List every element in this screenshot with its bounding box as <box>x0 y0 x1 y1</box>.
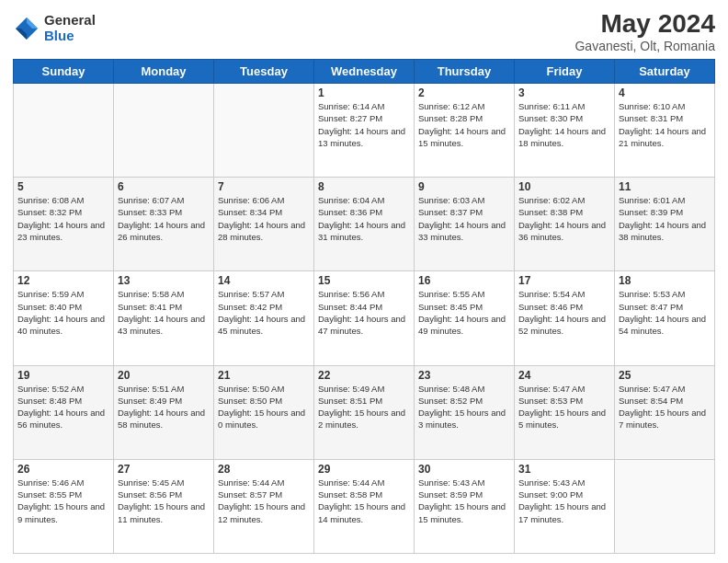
header-saturday: Saturday <box>615 60 715 84</box>
day-info: Sunrise: 6:08 AMSunset: 8:32 PMDaylight:… <box>17 194 109 243</box>
calendar-cell: 19Sunrise: 5:52 AMSunset: 8:48 PMDayligh… <box>14 365 114 459</box>
day-number: 23 <box>418 369 510 382</box>
day-number: 4 <box>619 86 711 99</box>
day-info: Sunrise: 5:43 AMSunset: 9:00 PMDaylight:… <box>518 477 610 525</box>
day-info: Sunrise: 5:46 AMSunset: 8:55 PMDaylight:… <box>17 477 109 525</box>
day-info: Sunrise: 6:03 AMSunset: 8:37 PMDaylight:… <box>418 194 510 243</box>
main-title: May 2024 <box>574 9 715 39</box>
day-headers-row: Sunday Monday Tuesday Wednesday Thursday… <box>14 60 715 84</box>
header-sunday: Sunday <box>14 60 114 84</box>
calendar-cell: 13Sunrise: 5:58 AMSunset: 8:41 PMDayligh… <box>114 271 214 365</box>
day-info: Sunrise: 6:02 AMSunset: 8:38 PMDaylight:… <box>518 194 610 243</box>
calendar-cell: 4Sunrise: 6:10 AMSunset: 8:31 PMDaylight… <box>615 84 715 178</box>
day-info: Sunrise: 5:56 AMSunset: 8:44 PMDaylight:… <box>318 288 410 337</box>
calendar-cell: 11Sunrise: 6:01 AMSunset: 8:39 PMDayligh… <box>615 178 715 271</box>
day-number: 10 <box>518 180 610 193</box>
calendar-cell <box>615 459 715 553</box>
day-info: Sunrise: 5:59 AMSunset: 8:40 PMDaylight:… <box>17 288 109 337</box>
header-friday: Friday <box>515 60 615 84</box>
calendar-cell: 3Sunrise: 6:11 AMSunset: 8:30 PMDaylight… <box>515 84 615 178</box>
calendar-cell: 21Sunrise: 5:50 AMSunset: 8:50 PMDayligh… <box>214 365 314 459</box>
title-block: May 2024 Gavanesti, Olt, Romania <box>574 9 715 53</box>
calendar-cell <box>114 84 214 178</box>
day-info: Sunrise: 5:45 AMSunset: 8:56 PMDaylight:… <box>118 477 210 525</box>
calendar-cell: 29Sunrise: 5:44 AMSunset: 8:58 PMDayligh… <box>314 459 415 553</box>
calendar-cell: 22Sunrise: 5:49 AMSunset: 8:51 PMDayligh… <box>314 365 415 459</box>
calendar-cell: 25Sunrise: 5:47 AMSunset: 8:54 PMDayligh… <box>615 365 715 459</box>
calendar-cell: 27Sunrise: 5:45 AMSunset: 8:56 PMDayligh… <box>114 459 214 553</box>
day-number: 17 <box>518 274 610 287</box>
calendar-cell: 16Sunrise: 5:55 AMSunset: 8:45 PMDayligh… <box>415 271 515 365</box>
day-number: 28 <box>218 463 310 476</box>
day-info: Sunrise: 5:48 AMSunset: 8:52 PMDaylight:… <box>418 383 510 431</box>
header-wednesday: Wednesday <box>314 60 415 84</box>
day-number: 19 <box>17 369 109 382</box>
day-info: Sunrise: 6:12 AMSunset: 8:28 PMDaylight:… <box>418 100 510 149</box>
header-thursday: Thursday <box>415 60 515 84</box>
calendar-cell: 31Sunrise: 5:43 AMSunset: 9:00 PMDayligh… <box>515 459 615 553</box>
day-number: 24 <box>518 369 610 382</box>
day-number: 1 <box>318 86 410 99</box>
calendar-cell: 6Sunrise: 6:07 AMSunset: 8:33 PMDaylight… <box>114 178 214 271</box>
calendar-cell: 20Sunrise: 5:51 AMSunset: 8:49 PMDayligh… <box>114 365 214 459</box>
calendar-cell <box>214 84 314 178</box>
calendar-cell <box>14 84 114 178</box>
calendar-cell: 1Sunrise: 6:14 AMSunset: 8:27 PMDaylight… <box>314 84 415 178</box>
day-number: 8 <box>318 180 410 193</box>
day-info: Sunrise: 6:04 AMSunset: 8:36 PMDaylight:… <box>318 194 410 243</box>
day-number: 12 <box>17 274 109 287</box>
subtitle: Gavanesti, Olt, Romania <box>574 39 715 53</box>
day-info: Sunrise: 5:49 AMSunset: 8:51 PMDaylight:… <box>318 383 410 431</box>
day-number: 26 <box>17 463 109 476</box>
calendar-cell: 23Sunrise: 5:48 AMSunset: 8:52 PMDayligh… <box>415 365 515 459</box>
day-number: 18 <box>619 274 711 287</box>
day-info: Sunrise: 5:47 AMSunset: 8:53 PMDaylight:… <box>518 383 610 431</box>
day-info: Sunrise: 5:57 AMSunset: 8:42 PMDaylight:… <box>218 288 310 337</box>
calendar-cell: 17Sunrise: 5:54 AMSunset: 8:46 PMDayligh… <box>515 271 615 365</box>
header-monday: Monday <box>114 60 214 84</box>
day-number: 14 <box>218 274 310 287</box>
day-number: 7 <box>218 180 310 193</box>
calendar-cell: 7Sunrise: 6:06 AMSunset: 8:34 PMDaylight… <box>214 178 314 271</box>
calendar-cell: 14Sunrise: 5:57 AMSunset: 8:42 PMDayligh… <box>214 271 314 365</box>
week-row-2: 12Sunrise: 5:59 AMSunset: 8:40 PMDayligh… <box>14 271 715 365</box>
calendar: Sunday Monday Tuesday Wednesday Thursday… <box>13 59 715 554</box>
week-row-4: 26Sunrise: 5:46 AMSunset: 8:55 PMDayligh… <box>14 459 715 553</box>
logo-general-text: General <box>44 13 96 29</box>
day-info: Sunrise: 5:44 AMSunset: 8:57 PMDaylight:… <box>218 477 310 525</box>
day-number: 16 <box>418 274 510 287</box>
day-info: Sunrise: 5:54 AMSunset: 8:46 PMDaylight:… <box>518 288 610 337</box>
calendar-cell: 28Sunrise: 5:44 AMSunset: 8:57 PMDayligh… <box>214 459 314 553</box>
day-info: Sunrise: 6:10 AMSunset: 8:31 PMDaylight:… <box>619 100 711 149</box>
day-info: Sunrise: 5:53 AMSunset: 8:47 PMDaylight:… <box>619 288 711 337</box>
day-number: 30 <box>418 463 510 476</box>
day-info: Sunrise: 6:01 AMSunset: 8:39 PMDaylight:… <box>619 194 711 243</box>
day-info: Sunrise: 6:07 AMSunset: 8:33 PMDaylight:… <box>118 194 210 243</box>
day-number: 31 <box>518 463 610 476</box>
logo-icon <box>13 15 40 42</box>
day-number: 27 <box>118 463 210 476</box>
day-info: Sunrise: 5:50 AMSunset: 8:50 PMDaylight:… <box>218 383 310 431</box>
calendar-cell: 2Sunrise: 6:12 AMSunset: 8:28 PMDaylight… <box>415 84 515 178</box>
calendar-cell: 18Sunrise: 5:53 AMSunset: 8:47 PMDayligh… <box>615 271 715 365</box>
logo: General Blue <box>13 13 96 43</box>
day-number: 25 <box>619 369 711 382</box>
day-number: 15 <box>318 274 410 287</box>
day-number: 2 <box>418 86 510 99</box>
logo-text: General Blue <box>44 13 96 43</box>
week-row-1: 5Sunrise: 6:08 AMSunset: 8:32 PMDaylight… <box>14 178 715 271</box>
week-row-3: 19Sunrise: 5:52 AMSunset: 8:48 PMDayligh… <box>14 365 715 459</box>
day-info: Sunrise: 5:47 AMSunset: 8:54 PMDaylight:… <box>619 383 711 431</box>
header: General Blue May 2024 Gavanesti, Olt, Ro… <box>13 9 715 53</box>
day-number: 5 <box>17 180 109 193</box>
calendar-cell: 8Sunrise: 6:04 AMSunset: 8:36 PMDaylight… <box>314 178 415 271</box>
day-info: Sunrise: 6:06 AMSunset: 8:34 PMDaylight:… <box>218 194 310 243</box>
day-info: Sunrise: 5:55 AMSunset: 8:45 PMDaylight:… <box>418 288 510 337</box>
day-number: 22 <box>318 369 410 382</box>
logo-blue-text: Blue <box>44 29 96 44</box>
day-info: Sunrise: 5:58 AMSunset: 8:41 PMDaylight:… <box>118 288 210 337</box>
day-number: 9 <box>418 180 510 193</box>
day-info: Sunrise: 5:52 AMSunset: 8:48 PMDaylight:… <box>17 383 109 431</box>
day-number: 6 <box>118 180 210 193</box>
calendar-cell: 24Sunrise: 5:47 AMSunset: 8:53 PMDayligh… <box>515 365 615 459</box>
